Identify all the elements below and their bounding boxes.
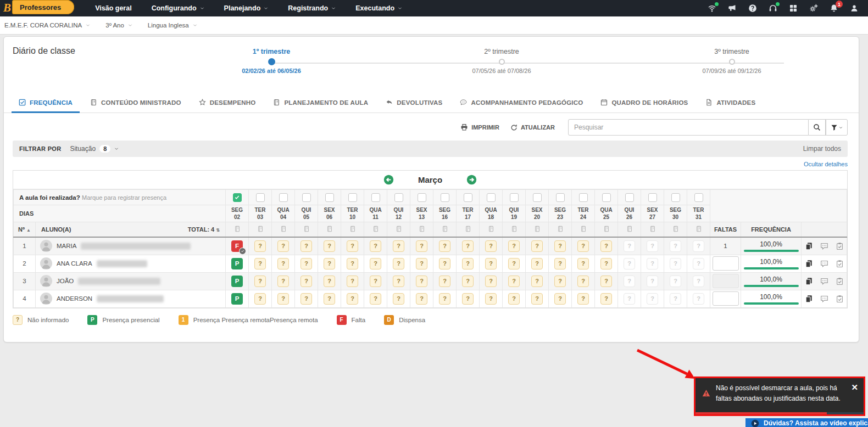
attendance-unknown-24[interactable]: ?: [577, 276, 589, 287]
attendance-unknown-05[interactable]: ?: [301, 276, 312, 287]
tab-desempenho[interactable]: DESEMPENHO: [192, 93, 263, 113]
clipboard-check-icon[interactable]: [836, 277, 844, 285]
class-held-checkbox-26[interactable]: [625, 193, 634, 202]
attendance-unknown-17[interactable]: ?: [462, 258, 474, 269]
class-held-checkbox-02[interactable]: [233, 193, 242, 202]
clipboard-check-icon[interactable]: [836, 260, 844, 268]
class-held-checkbox-27[interactable]: [648, 193, 657, 202]
wifi-icon-button[interactable]: [707, 3, 717, 13]
attendance-unknown-18[interactable]: ?: [485, 293, 497, 305]
tab-planejamento-de-aula[interactable]: PLANEJAMENTO DE AULA: [266, 93, 375, 113]
attendance-unknown-10[interactable]: ?: [347, 258, 358, 269]
class-held-checkbox-05[interactable]: [302, 193, 311, 202]
class-held-checkbox-12[interactable]: [394, 193, 403, 202]
attendance-unknown-16[interactable]: ?: [439, 240, 450, 252]
attendance-unknown-17[interactable]: ?: [462, 240, 474, 252]
megaphone-icon-button[interactable]: [727, 3, 737, 13]
next-month-button[interactable]: [466, 175, 477, 185]
class-held-checkbox-10[interactable]: [348, 193, 357, 202]
attendance-unknown-25[interactable]: ?: [600, 276, 612, 287]
attendance-unknown-03[interactable]: ?: [254, 240, 266, 252]
attendance-unknown-18[interactable]: ?: [485, 276, 497, 287]
attendance-unknown-17[interactable]: ?: [462, 293, 474, 305]
subject-select[interactable]: Lingua Inglesa: [148, 22, 197, 29]
attendance-unknown-05[interactable]: ?: [301, 258, 312, 269]
refresh-button[interactable]: ATUALIZAR: [510, 124, 555, 131]
menu-item-registrando[interactable]: Registrando: [288, 4, 336, 12]
attendance-unknown-13[interactable]: ?: [416, 276, 427, 287]
attendance-unknown-25[interactable]: ?: [600, 293, 612, 305]
comment-icon[interactable]: [820, 295, 828, 303]
attendance-unknown-23[interactable]: ?: [554, 240, 566, 252]
attendance-unknown-24[interactable]: ?: [577, 240, 589, 252]
help-video-banner[interactable]: Dúvidas? Assista ao vídeo explicativo: [745, 418, 868, 427]
attendance-unknown-16[interactable]: ?: [439, 293, 450, 305]
class-held-checkbox-04[interactable]: [279, 193, 288, 202]
attendance-unknown-12[interactable]: ?: [393, 258, 404, 269]
comment-icon[interactable]: [820, 277, 828, 285]
day-register-icon[interactable]: [603, 226, 610, 232]
day-register-icon[interactable]: [626, 226, 633, 232]
copy-icon[interactable]: [805, 295, 813, 303]
attendance-unknown-24[interactable]: ?: [577, 293, 589, 305]
attendance-unknown-13[interactable]: ?: [416, 240, 427, 252]
class-held-checkbox-17[interactable]: [464, 193, 472, 202]
attendance-unknown-17[interactable]: ?: [462, 276, 474, 287]
attendance-unknown-25[interactable]: ?: [600, 258, 612, 269]
number-sort-header[interactable]: Nº ▲: [14, 222, 36, 237]
attendance-unknown-11[interactable]: ?: [370, 293, 381, 305]
tab-quadro-de-horários[interactable]: QUADRO DE HORÁRIOS: [593, 93, 695, 113]
class-held-checkbox-20[interactable]: [533, 193, 542, 202]
class-held-checkbox-23[interactable]: [556, 193, 565, 202]
attendance-unknown-11[interactable]: ?: [370, 276, 381, 287]
attendance-unknown-12[interactable]: ?: [393, 240, 404, 252]
copy-icon[interactable]: [805, 277, 813, 285]
attendance-unknown-03[interactable]: ?: [254, 258, 266, 269]
day-register-icon[interactable]: [580, 226, 587, 232]
attendance-unknown-18[interactable]: ?: [485, 240, 497, 252]
class-held-checkbox-30[interactable]: [671, 193, 680, 202]
attendance-unknown-20[interactable]: ?: [531, 293, 543, 305]
menu-item-planejando[interactable]: Planejando: [224, 4, 269, 12]
attendance-unknown-04[interactable]: ?: [277, 240, 289, 252]
attendance-unknown-11[interactable]: ?: [370, 258, 381, 269]
day-register-icon[interactable]: [695, 226, 702, 232]
student-header[interactable]: ALUNO(A)TOTAL: 4 ⇅: [36, 222, 226, 237]
headset-icon-button[interactable]: [768, 3, 778, 13]
menu-item-configurando[interactable]: Configurando: [152, 4, 204, 12]
class-held-checkbox-06[interactable]: [325, 193, 334, 202]
trimester-step-3[interactable]: 3º trimestre07/09/26 até 09/12/26: [660, 48, 803, 74]
search-button[interactable]: [809, 119, 826, 136]
clipboard-check-icon[interactable]: [836, 242, 844, 250]
day-register-icon[interactable]: [649, 226, 656, 232]
class-held-checkbox-19[interactable]: [510, 193, 519, 202]
status-badge-P[interactable]: P: [231, 276, 243, 287]
attendance-unknown-06[interactable]: ?: [324, 258, 335, 269]
search-input[interactable]: [568, 119, 809, 136]
menu-item-executando[interactable]: Executando: [355, 4, 402, 12]
trimester-step-2[interactable]: 2º trimestre07/05/26 até 07/08/26: [430, 48, 573, 74]
professores-tab[interactable]: Professores: [12, 0, 74, 14]
help-icon-button[interactable]: [748, 3, 758, 13]
comment-icon[interactable]: [820, 242, 828, 250]
status-badge-P[interactable]: P: [231, 293, 243, 305]
attendance-unknown-19[interactable]: ?: [508, 276, 520, 287]
attendance-unknown-04[interactable]: ?: [277, 276, 289, 287]
class-held-checkbox-25[interactable]: [602, 193, 611, 202]
day-register-icon[interactable]: [280, 226, 287, 232]
attendance-unknown-23[interactable]: ?: [554, 258, 566, 269]
total-sort[interactable]: TOTAL: 4 ⇅: [188, 226, 220, 233]
attendance-unknown-03[interactable]: ?: [254, 293, 266, 305]
gears-icon-button[interactable]: [809, 3, 819, 13]
attendance-unknown-05[interactable]: ?: [301, 240, 312, 252]
attendance-unknown-19[interactable]: ?: [508, 240, 520, 252]
faltas-input[interactable]: [713, 274, 739, 288]
attendance-unknown-11[interactable]: ?: [370, 240, 381, 252]
day-register-icon[interactable]: [396, 226, 402, 232]
attendance-unknown-25[interactable]: ?: [600, 240, 612, 252]
menu-item-vis-o-geral[interactable]: Visão geral: [95, 4, 131, 12]
attendance-unknown-04[interactable]: ?: [277, 258, 289, 269]
attendance-unknown-20[interactable]: ?: [531, 240, 543, 252]
day-register-icon[interactable]: [488, 226, 494, 232]
copy-icon[interactable]: [805, 260, 813, 268]
